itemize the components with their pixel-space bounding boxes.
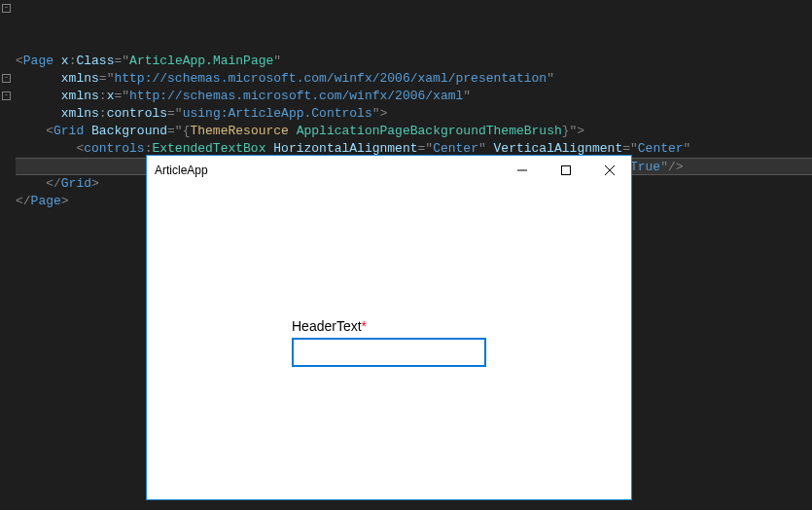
maximize-button[interactable] xyxy=(544,156,587,185)
code-token xyxy=(16,106,61,121)
maximize-icon xyxy=(561,165,571,175)
code-token: ArticleApp.MainPage xyxy=(129,54,273,68)
code-token: </ xyxy=(16,176,61,191)
code-token: > xyxy=(91,176,99,191)
code-token xyxy=(53,54,61,68)
code-token: }"> xyxy=(562,124,584,138)
code-token: Page xyxy=(31,194,61,208)
code-token: " xyxy=(478,141,494,156)
code-token: =" xyxy=(114,54,129,68)
code-token: x xyxy=(61,54,69,68)
code-token: =" xyxy=(99,71,115,86)
fold-toggle[interactable]: - xyxy=(2,74,11,83)
required-asterisk: * xyxy=(362,318,367,334)
code-line[interactable]: <Page x:Class="ArticleApp.MainPage" xyxy=(16,53,812,70)
code-token: Class xyxy=(76,54,114,68)
code-token: xmlns xyxy=(61,71,99,86)
code-token: "> xyxy=(372,106,388,121)
fold-toggle[interactable]: - xyxy=(2,4,11,13)
code-token: " xyxy=(547,71,554,86)
textbox-header: HeaderText* xyxy=(292,318,486,334)
code-token: "/> xyxy=(660,160,683,174)
app-body: HeaderText* xyxy=(147,185,631,499)
window-titlebar[interactable]: ArticleApp xyxy=(147,156,631,185)
minimize-button[interactable] xyxy=(500,156,544,185)
code-token: Center xyxy=(433,141,478,156)
code-token: xmlns xyxy=(61,89,99,103)
code-token: Page xyxy=(23,54,53,68)
textbox-input[interactable] xyxy=(292,338,486,367)
fold-toggle[interactable]: - xyxy=(2,91,11,100)
code-token: : xyxy=(99,89,107,103)
close-button[interactable] xyxy=(587,156,631,185)
code-token: ="{ xyxy=(167,124,190,138)
code-token: " xyxy=(463,89,471,103)
code-token: controls xyxy=(107,106,167,121)
code-token: http://schemas.microsoft.com/winfx/2006/… xyxy=(129,89,463,103)
minimize-icon xyxy=(517,165,527,175)
code-line[interactable]: <Grid Background="{ThemeResource Applica… xyxy=(16,123,812,140)
code-token: controls xyxy=(84,141,144,156)
code-token xyxy=(16,71,61,86)
code-line[interactable]: xmlns:controls="using:ArticleApp.Control… xyxy=(16,105,812,123)
code-token xyxy=(16,89,61,103)
extended-textbox: HeaderText* xyxy=(292,318,486,367)
code-token: Center xyxy=(638,141,684,156)
code-token: HorizontalAlignment xyxy=(273,141,417,156)
code-line[interactable]: xmlns:x="http://schemas.microsoft.com/wi… xyxy=(16,88,812,105)
code-token: : xyxy=(99,106,107,121)
window-title: ArticleApp xyxy=(155,164,500,177)
code-token: http://schemas.microsoft.com/winfx/2006/… xyxy=(114,71,547,86)
code-token: < xyxy=(16,124,53,138)
code-token: =" xyxy=(167,106,183,121)
code-token: </ xyxy=(16,194,31,208)
header-text: HeaderText xyxy=(292,318,362,334)
code-token: xmlns xyxy=(61,106,99,121)
code-token: " xyxy=(273,54,281,68)
code-token: =" xyxy=(622,141,638,156)
code-token xyxy=(289,124,297,138)
close-icon xyxy=(605,165,615,175)
code-token: Background xyxy=(91,124,167,138)
code-token: ApplicationPageBackgroundThemeBrush xyxy=(297,124,562,138)
code-token: =" xyxy=(418,141,434,156)
svg-rect-1 xyxy=(561,166,570,175)
code-token: " xyxy=(684,141,691,156)
code-token: Grid xyxy=(61,176,91,191)
code-line[interactable]: xmlns="http://schemas.microsoft.com/winf… xyxy=(16,70,812,88)
app-window: ArticleApp HeaderText* xyxy=(146,155,632,500)
fold-gutter: --- xyxy=(0,0,14,228)
code-token: ExtendedTextBox xyxy=(152,141,265,156)
code-token: using:ArticleApp.Controls xyxy=(183,106,372,121)
code-token: < xyxy=(16,141,84,156)
window-controls xyxy=(500,156,631,185)
code-token: < xyxy=(16,54,23,68)
code-token xyxy=(84,124,91,138)
code-token: True xyxy=(630,160,660,174)
code-token: ThemeResource xyxy=(190,124,288,138)
code-token: VerticalAlignment xyxy=(494,141,623,156)
code-token: Grid xyxy=(53,124,84,138)
code-token: > xyxy=(61,194,69,208)
code-token: =" xyxy=(114,89,129,103)
